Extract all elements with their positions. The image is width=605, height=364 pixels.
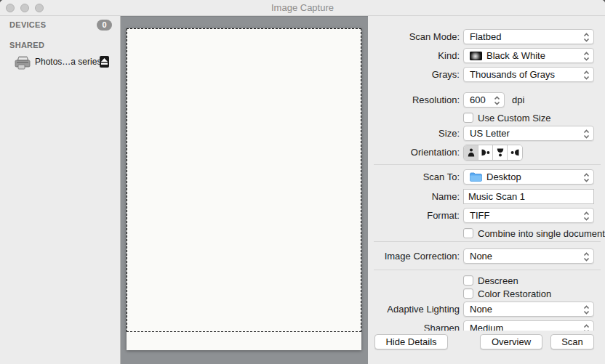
- kind-select[interactable]: Black & White: [463, 48, 594, 63]
- section-divider: [374, 241, 601, 242]
- black-and-white-thumbnail-icon: [470, 52, 482, 60]
- section-divider: [374, 164, 601, 165]
- chevron-updown-icon: [583, 70, 590, 82]
- hide-details-button[interactable]: Hide Details: [374, 334, 448, 349]
- scan-to-select[interactable]: Desktop: [463, 169, 594, 185]
- descreen-label: Descreen: [478, 275, 518, 286]
- orientation-portrait-button[interactable]: [464, 145, 478, 160]
- window-title: Image Capture: [0, 0, 605, 16]
- sidebar: DEVICES 0 SHARED Photos…a series: [0, 16, 121, 364]
- printer-icon: [13, 54, 32, 73]
- descreen-checkbox[interactable]: [463, 275, 473, 286]
- adaptive-lighting-label: Adaptive Lighting: [368, 302, 460, 317]
- orientation-segmented-control: [463, 145, 523, 161]
- image-capture-window: Image Capture DEVICES 0 SHARED Photos…a …: [0, 0, 605, 364]
- format-label: Format:: [368, 208, 460, 223]
- size-value: US Letter: [470, 128, 510, 139]
- orientation-upside-down-button[interactable]: [493, 145, 508, 160]
- resolution-unit: dpi: [512, 92, 524, 108]
- image-correction-label: Image Correction:: [368, 248, 460, 264]
- row-scan-mode: Scan Mode: Flatbed: [368, 29, 605, 45]
- title-bar: Image Capture: [0, 0, 605, 16]
- devices-count-badge: 0: [97, 20, 112, 31]
- chevron-updown-icon: [583, 211, 590, 223]
- size-select[interactable]: US Letter: [463, 126, 594, 141]
- row-adaptive-lighting: Adaptive Lighting None: [368, 302, 605, 318]
- adaptive-lighting-value: None: [470, 304, 492, 315]
- orientation-landscape-left-button[interactable]: [508, 145, 522, 160]
- image-correction-select[interactable]: None: [463, 248, 594, 264]
- combine-checkbox[interactable]: [463, 228, 473, 238]
- grays-label: Grays:: [368, 67, 460, 82]
- shared-header: SHARED: [9, 41, 44, 49]
- bottom-button-bar: Hide Details Overview Scan: [368, 331, 605, 364]
- resolution-value: 600: [470, 94, 486, 105]
- row-grays: Grays: Thousands of Grays: [368, 67, 605, 83]
- chevron-updown-icon: [583, 305, 590, 317]
- adaptive-lighting-select[interactable]: None: [463, 302, 594, 317]
- chevron-updown-icon: [583, 33, 590, 44]
- row-resolution: Resolution: 600 dpi: [368, 92, 605, 108]
- orientation-landscape-right-button[interactable]: [478, 145, 493, 160]
- name-input[interactable]: [463, 189, 594, 204]
- device-label: Photos…a series: [35, 57, 101, 67]
- name-label: Name:: [368, 189, 460, 204]
- resolution-label: Resolution:: [368, 92, 460, 108]
- scan-to-value: Desktop: [486, 171, 521, 182]
- row-descreen: Descreen: [463, 275, 518, 286]
- color-restoration-label: Color Restoration: [478, 288, 551, 299]
- devices-header: DEVICES: [9, 20, 46, 29]
- section-divider: [374, 270, 601, 270]
- use-custom-size-checkbox[interactable]: [463, 113, 473, 123]
- chevron-updown-icon: [583, 173, 590, 185]
- resolution-select[interactable]: 600: [463, 92, 505, 108]
- row-use-custom-size: Use Custom Size: [463, 112, 550, 124]
- row-name: Name:: [368, 189, 605, 205]
- format-select[interactable]: TIFF: [463, 208, 594, 223]
- use-custom-size-label: Use Custom Size: [478, 113, 550, 124]
- color-restoration-checkbox[interactable]: [463, 288, 473, 299]
- scan-mode-label: Scan Mode:: [368, 29, 460, 44]
- scan-selection-rect[interactable]: [127, 28, 361, 332]
- combine-label: Combine into single document: [478, 228, 605, 239]
- orientation-label: Orientation:: [368, 145, 460, 160]
- folder-icon: [470, 172, 482, 182]
- scan-mode-value: Flatbed: [470, 31, 501, 42]
- row-image-correction: Image Correction: None: [368, 248, 605, 264]
- eject-icon[interactable]: [100, 56, 109, 68]
- chevron-updown-icon: [583, 252, 590, 264]
- scan-to-label: Scan To:: [368, 169, 460, 185]
- chevron-updown-icon: [583, 52, 590, 63]
- row-color-restoration: Color Restoration: [463, 288, 551, 299]
- chevron-updown-icon: [494, 96, 500, 108]
- row-format: Format: TIFF: [368, 208, 605, 224]
- format-value: TIFF: [470, 210, 489, 221]
- scan-preview-area: [121, 16, 368, 364]
- row-combine: Combine into single document: [463, 227, 605, 239]
- scan-button[interactable]: Scan: [550, 334, 594, 349]
- settings-panel: Scan Mode: Flatbed Kind: Black & White G…: [368, 16, 605, 364]
- image-correction-value: None: [470, 251, 492, 262]
- row-kind: Kind: Black & White: [368, 48, 605, 64]
- scan-mode-select[interactable]: Flatbed: [463, 29, 594, 44]
- kind-value: Black & White: [486, 50, 545, 61]
- sidebar-item-shared-device[interactable]: Photos…a series: [0, 54, 121, 71]
- overview-button[interactable]: Overview: [480, 334, 542, 349]
- chevron-updown-icon: [583, 129, 590, 141]
- row-size: Size: US Letter: [368, 126, 605, 142]
- grays-select[interactable]: Thousands of Grays: [463, 67, 594, 82]
- row-orientation: Orientation:: [368, 145, 605, 161]
- row-scan-to: Scan To: Desktop: [368, 169, 605, 185]
- kind-label: Kind:: [368, 48, 460, 63]
- size-label: Size:: [368, 126, 460, 141]
- grays-value: Thousands of Grays: [470, 69, 555, 80]
